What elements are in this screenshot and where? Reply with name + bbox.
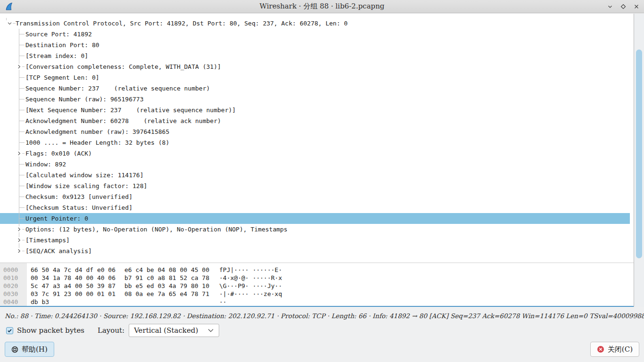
hex-bytes: 66 50 4a 7c d4 df e0 06	[31, 266, 116, 274]
hex-ascii: ····Jy··	[253, 282, 282, 290]
hex-ascii: ·4·x@·@·	[219, 274, 249, 282]
show-packet-bytes-label: Show packet bytes	[17, 326, 84, 335]
minimize-button[interactable]	[606, 3, 614, 10]
tree-row[interactable]: Urgent Pointer: 0	[0, 213, 630, 224]
hex-bytes	[124, 298, 210, 306]
tree-row[interactable]: Source Port: 41892	[0, 29, 630, 40]
hex-row[interactable]: 00205c 47 a3 a4 00 50 39 87bb e5 ed 03 4…	[0, 282, 634, 290]
tree-row[interactable]: [Calculated window size: 114176]	[0, 170, 630, 181]
tree-row[interactable]: [Timestamps]	[0, 235, 630, 246]
tree-row[interactable]: Transmission Control Protocol, Src Port:…	[0, 18, 630, 29]
tree-row[interactable]: 1000 .... = Header Length: 32 bytes (8)	[0, 137, 630, 148]
tree-row[interactable]: Acknowledgment number (raw): 3976415865	[0, 126, 630, 137]
hex-ascii: ······E·	[253, 266, 282, 274]
tree-row-label: [Conversation completeness: Complete, WI…	[25, 63, 221, 70]
tree-row[interactable]: [Next Sequence Number: 237 (relative seq…	[0, 105, 630, 115]
tree-connector	[19, 142, 25, 143]
tree-row[interactable]: [Stream index: 0]	[0, 50, 630, 61]
hex-bytes: 5c 47 a3 a4 00 50 39 87	[31, 282, 116, 290]
hex-row[interactable]: 001000 34 1a 78 40 00 40 06b7 91 c0 a8 8…	[0, 274, 634, 282]
tree-row[interactable]: [SEQ/ACK analysis]	[0, 246, 630, 256]
hex-bytes: db b3	[31, 298, 116, 306]
tree-row[interactable]: Sequence Number (raw): 965196773	[0, 94, 630, 105]
hex-dump-pane: 000066 50 4a 7c d4 df e0 06e6 c4 be 04 0…	[0, 263, 634, 307]
tree-row[interactable]: [Conversation completeness: Complete, WI…	[0, 61, 630, 72]
layout-label: Layout:	[98, 326, 124, 335]
tree-row[interactable]: Checksum: 0x9123 [unverified]	[0, 191, 630, 202]
hex-bytes: bb e5 ed 03 4a 79 80 10	[124, 282, 210, 290]
help-button[interactable]: 帮助(H)	[5, 342, 54, 357]
tree-row-label: [Calculated window size: 114176]	[25, 172, 143, 179]
tree-row[interactable]: Flags: 0x010 (ACK)	[0, 148, 630, 159]
chevron-right-icon[interactable]	[16, 226, 22, 232]
tree-row-label: Acknowledgment Number: 60278 (relative a…	[25, 117, 221, 124]
tree-row-label: Flags: 0x010 (ACK)	[25, 150, 92, 157]
tree-row-label: Options: (12 bytes), No-Operation (NOP),…	[25, 226, 288, 233]
hex-bytes: b7 91 c0 a8 81 52 ca 78	[124, 274, 210, 282]
hex-row[interactable]: 000066 50 4a 7c d4 df e0 06e6 c4 be 04 0…	[0, 266, 634, 274]
tree-row-label: [Window size scaling factor: 128]	[25, 182, 147, 189]
hex-ascii: ··	[219, 298, 227, 306]
packet-detail-pane: Transmission Control Protocol, Src Port:…	[0, 14, 634, 263]
tree-connector	[19, 56, 25, 56]
tree-row-label: Sequence Number (raw): 965196773	[25, 96, 143, 103]
close-button-label: 关闭(C)	[608, 345, 633, 354]
tree-row-label: Urgent Pointer: 0	[25, 215, 88, 222]
tree-connector	[19, 110, 25, 110]
tree-row[interactable]: Acknowledgment Number: 60278 (relative a…	[0, 115, 630, 126]
hex-bytes: 00 34 1a 78 40 00 40 06	[31, 274, 116, 282]
hex-row[interactable]: 003003 7c 91 23 00 00 01 0108 0a ee 7a 6…	[0, 290, 634, 298]
tree-connector	[19, 88, 25, 89]
hex-ascii: \G···P9·	[219, 282, 249, 290]
tree-row[interactable]: Options: (12 bytes), No-Operation (NOP),…	[0, 224, 630, 235]
hex-bytes: 08 0a ee 7a 65 e4 78 71	[124, 290, 210, 298]
tree-row-label: Acknowledgment number (raw): 3976415865	[25, 128, 169, 135]
maximize-button[interactable]	[619, 3, 627, 10]
hex-offset: 0030	[0, 290, 27, 298]
chevron-right-icon[interactable]	[16, 64, 22, 70]
tree-connector	[19, 175, 25, 175]
tree-row-label: Window: 892	[25, 161, 66, 168]
help-button-label: 帮助(H)	[22, 345, 48, 354]
packet-detail-tree: Transmission Control Protocol, Src Port:…	[0, 14, 630, 256]
tree-row[interactable]: Sequence Number: 237 (relative sequence …	[0, 83, 630, 94]
tree-connector	[19, 132, 25, 132]
chevron-down-icon	[207, 329, 214, 333]
tree-row-label: Destination Port: 80	[25, 41, 99, 49]
hex-ascii: ·|·#····	[219, 290, 249, 298]
tree-row[interactable]: [Checksum Status: Unverified]	[0, 202, 630, 213]
hex-offset: 0020	[0, 282, 27, 290]
tree-row-label: Source Port: 41892	[25, 31, 92, 38]
tree-row-label: [TCP Segment Len: 0]	[25, 74, 99, 81]
chevron-right-icon[interactable]	[16, 248, 22, 254]
scrollbar-thumb[interactable]	[636, 49, 642, 258]
title-bar: Wireshark · 分组 88 · lib6-2.pcapng	[0, 0, 644, 13]
tree-connector	[19, 34, 25, 34]
tree-row[interactable]: Destination Port: 80	[0, 40, 630, 50]
close-window-button[interactable]	[633, 3, 640, 10]
tree-connector	[19, 186, 25, 186]
tree-connector	[19, 218, 25, 219]
hex-bytes: 03 7c 91 23 00 00 01 01	[31, 290, 116, 298]
hex-ascii: ·····R·x	[253, 274, 282, 282]
chevron-right-icon[interactable]	[16, 150, 22, 156]
hex-row[interactable]: 0040db b3··	[0, 298, 634, 306]
tree-scrollbar[interactable]	[634, 14, 644, 307]
tree-row-label: [SEQ/ACK analysis]	[25, 247, 92, 255]
hex-ascii: fPJ|····	[219, 266, 249, 274]
show-packet-bytes-checkbox[interactable]	[6, 327, 13, 334]
hex-dump-rows: 000066 50 4a 7c d4 df e0 06e6 c4 be 04 0…	[0, 263, 634, 306]
tree-row[interactable]: [Window size scaling factor: 128]	[0, 181, 630, 191]
tree-row[interactable]: Window: 892	[0, 159, 630, 170]
tree-connector	[19, 197, 25, 197]
close-button[interactable]: 关闭(C)	[590, 342, 639, 357]
tree-row-label: [Checksum Status: Unverified]	[25, 204, 132, 211]
hex-offset: 0000	[0, 266, 27, 274]
chevron-right-icon[interactable]	[16, 237, 22, 243]
layout-dropdown[interactable]: Vertical (Stacked)	[129, 324, 219, 337]
tree-row[interactable]: [TCP Segment Len: 0]	[0, 72, 630, 83]
chevron-down-icon[interactable]	[7, 20, 13, 26]
tree-connector	[19, 77, 25, 78]
hex-offset: 0010	[0, 274, 27, 282]
tree-row-label: [Timestamps]	[25, 237, 70, 244]
